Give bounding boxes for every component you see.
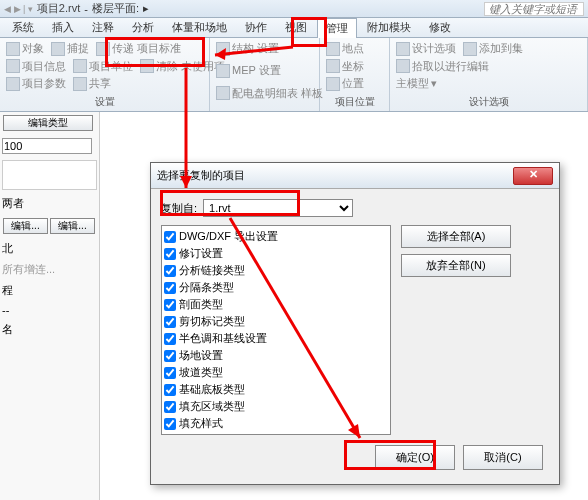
copy-dialog: 选择要复制的项目 ✕ 复制自: 1.rvt DWG/DXF 导出设置 修订设置 …: [150, 162, 560, 485]
item-check[interactable]: [164, 401, 176, 413]
list-item: 填充样式: [164, 415, 388, 432]
btn-object[interactable]: 对象: [4, 40, 46, 57]
location-icon: [326, 42, 340, 56]
item-check[interactable]: [164, 282, 176, 294]
item-list[interactable]: DWG/DXF 导出设置 修订设置 分析链接类型 分隔条类型 剖面类型 剪切标记…: [161, 225, 391, 435]
sched-icon: [216, 86, 230, 100]
struct-icon: [216, 42, 230, 56]
transfer-icon: [96, 42, 110, 56]
btn-shared[interactable]: 共享: [71, 75, 113, 92]
param-icon: [6, 77, 20, 91]
list-item: 场地设置: [164, 347, 388, 364]
tab-modify[interactable]: 修改: [421, 18, 459, 37]
note-label: 所有增连...: [2, 263, 55, 275]
dash-label: --: [2, 304, 9, 316]
select-all-button[interactable]: 选择全部(A): [401, 225, 511, 248]
value-input[interactable]: [2, 138, 92, 154]
list-item: 填充区域类型: [164, 398, 388, 415]
tab-addins[interactable]: 附加模块: [359, 18, 419, 37]
btn-panel-sched[interactable]: 配电盘明细表 样板: [214, 85, 325, 102]
btn-coords[interactable]: 坐标: [324, 58, 366, 75]
item-check[interactable]: [164, 248, 176, 260]
tab-insert[interactable]: 插入: [44, 18, 82, 37]
btn-position[interactable]: 位置: [324, 75, 366, 92]
list-item: 坡道类型: [164, 364, 388, 381]
btn-add-set[interactable]: 添加到集: [461, 40, 525, 57]
item-check[interactable]: [164, 299, 176, 311]
discard-all-button[interactable]: 放弃全部(N): [401, 254, 511, 277]
item-check[interactable]: [164, 435, 176, 436]
btn-mep[interactable]: MEP 设置: [214, 62, 283, 79]
both-label: 两者: [2, 197, 24, 209]
btn-struct[interactable]: 结构 设置: [214, 40, 281, 57]
list-item: 半色调和基线设置: [164, 330, 388, 347]
dialog-title: 选择要复制的项目: [157, 168, 245, 183]
unit-icon: [73, 59, 87, 73]
position-icon: [326, 77, 340, 91]
item-check[interactable]: [164, 316, 176, 328]
tab-massing[interactable]: 体量和场地: [164, 18, 235, 37]
title-bar: ◀ ▶ | ▾ 项目2.rvt - 楼层平面: ▸: [0, 0, 588, 18]
design-icon: [396, 42, 410, 56]
btn-projunit[interactable]: 项目单位: [71, 58, 135, 75]
copy-from-select[interactable]: 1.rvt: [203, 199, 353, 217]
content-area: 编辑类型 两者 编辑...编辑... 北 所有增连... 程 -- 名 选择要复…: [0, 112, 588, 500]
list-item: 分析链接类型: [164, 262, 388, 279]
dialog-titlebar: 选择要复制的项目 ✕: [151, 163, 559, 189]
btn-main-model[interactable]: 主模型 ▾: [394, 75, 439, 92]
tab-annotate[interactable]: 注释: [84, 18, 122, 37]
list-item: 修订设置: [164, 245, 388, 262]
list-item: 剪切标记类型: [164, 313, 388, 330]
group-label-projloc: 项目位置: [324, 93, 385, 109]
nav-icons: ◀ ▶ | ▾: [4, 4, 33, 14]
group-label-design: 设计选项: [394, 93, 583, 109]
tab-view[interactable]: 视图: [277, 18, 315, 37]
tab-manage[interactable]: 管理: [317, 18, 357, 38]
item-check[interactable]: [164, 350, 176, 362]
item-check[interactable]: [164, 418, 176, 430]
ming-label: 名: [2, 323, 13, 335]
object-icon: [6, 42, 20, 56]
copy-from-label: 复制自:: [161, 201, 197, 216]
list-item: 基础底板类型: [164, 381, 388, 398]
btn-design-opt[interactable]: 设计选项: [394, 40, 458, 57]
edit-btn-2[interactable]: 编辑...: [50, 218, 95, 234]
item-check[interactable]: [164, 367, 176, 379]
addset-icon: [463, 42, 477, 56]
group-label-settings: 设置: [4, 93, 205, 109]
project-name: 项目2.rvt: [37, 1, 80, 16]
btn-transfer[interactable]: 传递 项目标准: [94, 40, 183, 57]
btn-pick-edit[interactable]: 拾取以进行编辑: [394, 58, 491, 75]
btn-projparam[interactable]: 项目参数: [4, 75, 68, 92]
btn-location[interactable]: 地点: [324, 40, 366, 57]
list-item: DWG/DXF 导出设置: [164, 228, 388, 245]
shared-icon: [73, 77, 87, 91]
btn-projinfo[interactable]: 项目信息: [4, 58, 68, 75]
cheng-label: 程: [2, 284, 13, 296]
coords-icon: [326, 59, 340, 73]
cancel-button[interactable]: 取消(C): [463, 445, 543, 470]
mep-icon: [216, 64, 230, 78]
btn-snap[interactable]: 捕捉: [49, 40, 91, 57]
edit-type-button[interactable]: 编辑类型: [3, 115, 93, 131]
item-check[interactable]: [164, 333, 176, 345]
snap-icon: [51, 42, 65, 56]
search-input[interactable]: [484, 2, 584, 16]
item-check[interactable]: [164, 265, 176, 277]
ribbon-panel: 对象 捕捉 传递 项目标准 项目信息 项目单位 清除 未使用项 项目参数 共享 …: [0, 38, 588, 112]
list-item: 墙类型: [164, 432, 388, 435]
tab-analyze[interactable]: 分析: [124, 18, 162, 37]
ribbon-tabs: 系统 插入 注释 分析 体量和场地 协作 视图 管理 附加模块 修改: [0, 18, 588, 38]
properties-panel: 编辑类型 两者 编辑...编辑... 北 所有增连... 程 -- 名: [0, 112, 100, 500]
tab-system[interactable]: 系统: [4, 18, 42, 37]
view-name: 楼层平面:: [92, 1, 139, 16]
purge-icon: [140, 59, 154, 73]
close-button[interactable]: ✕: [513, 167, 553, 185]
info-icon: [6, 59, 20, 73]
item-check[interactable]: [164, 384, 176, 396]
item-check[interactable]: [164, 231, 176, 243]
edit-btn-1[interactable]: 编辑...: [3, 218, 48, 234]
ok-button[interactable]: 确定(O): [375, 445, 455, 470]
tab-collab[interactable]: 协作: [237, 18, 275, 37]
north-label: 北: [2, 242, 13, 254]
